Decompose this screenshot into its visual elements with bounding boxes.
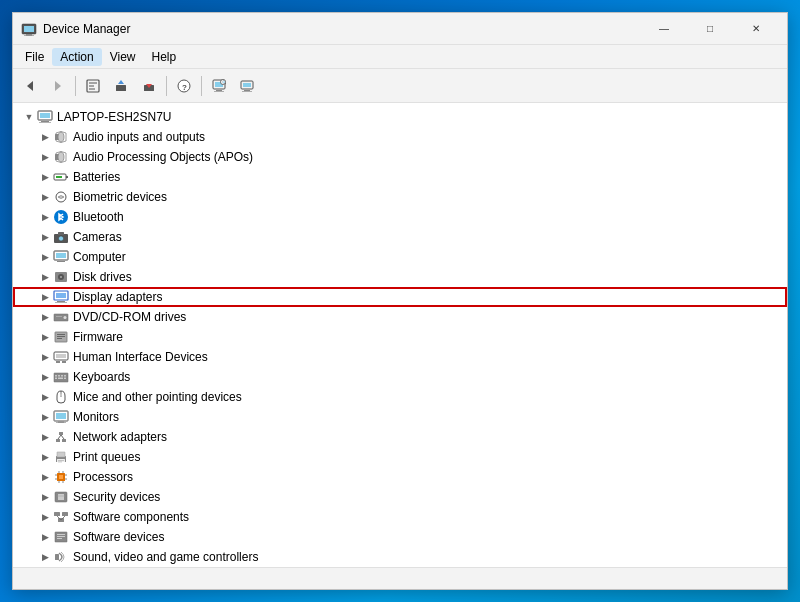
tree-item-security[interactable]: ▶ Security devices	[13, 487, 787, 507]
tree-item-audio-apo[interactable]: ▶ Audio Processing Objects (APOs)	[13, 147, 787, 167]
security-icon	[53, 489, 69, 505]
expand-software-components[interactable]: ▶	[37, 509, 53, 525]
expand-disk-drives[interactable]: ▶	[37, 269, 53, 285]
svg-rect-106	[57, 534, 65, 535]
tree-item-batteries[interactable]: ▶ Batteries	[13, 167, 787, 187]
expand-cameras[interactable]: ▶	[37, 229, 53, 245]
menu-view[interactable]: View	[102, 48, 144, 66]
expand-bluetooth[interactable]: ▶	[37, 209, 53, 225]
svg-rect-25	[242, 91, 252, 92]
expand-firmware[interactable]: ▶	[37, 329, 53, 345]
svg-rect-36	[66, 176, 68, 178]
title-bar-controls: — □ ✕	[641, 13, 779, 45]
expand-batteries[interactable]: ▶	[37, 169, 53, 185]
tree-item-cameras[interactable]: ▶ Cameras	[13, 227, 787, 247]
tree-item-bluetooth[interactable]: ▶ Bluetooth	[13, 207, 787, 227]
window-icon	[21, 21, 37, 37]
svg-rect-49	[56, 293, 66, 298]
expand-sound-video[interactable]: ▶	[37, 549, 53, 565]
display-adapters-label: Display adapters	[73, 290, 162, 304]
tree-item-firmware[interactable]: ▶ Firmware	[13, 327, 787, 347]
expand-audio-inputs[interactable]: ▶	[37, 129, 53, 145]
properties-button[interactable]	[80, 73, 106, 99]
expand-security[interactable]: ▶	[37, 489, 53, 505]
expand-dvd[interactable]: ▶	[37, 309, 53, 325]
svg-rect-24	[244, 90, 250, 91]
help-button[interactable]: ?	[171, 73, 197, 99]
expand-software-devices[interactable]: ▶	[37, 529, 53, 545]
expand-biometric[interactable]: ▶	[37, 189, 53, 205]
tree-item-hid[interactable]: ▶ Human Interface Devices	[13, 347, 787, 367]
menu-help[interactable]: Help	[144, 48, 185, 66]
close-button[interactable]: ✕	[733, 13, 779, 45]
expand-print-queues[interactable]: ▶	[37, 449, 53, 465]
menu-action[interactable]: Action	[52, 48, 101, 66]
svg-rect-57	[57, 336, 65, 337]
tree-item-sound-video[interactable]: ▶ Sound, video and game controllers	[13, 547, 787, 567]
monitors-label: Monitors	[73, 410, 119, 424]
expand-display-adapters[interactable]: ▶	[37, 289, 53, 305]
device-tree[interactable]: ▼ LAPTOP-ESH2SN7U ▶	[13, 103, 787, 567]
software-components-label: Software components	[73, 510, 189, 524]
svg-rect-44	[57, 261, 65, 262]
expand-network[interactable]: ▶	[37, 429, 53, 445]
display-options-button[interactable]	[234, 73, 260, 99]
tree-item-root[interactable]: ▼ LAPTOP-ESH2SN7U	[13, 107, 787, 127]
update-driver-button[interactable]	[108, 73, 134, 99]
scan-button[interactable]: 🔍	[206, 73, 232, 99]
svg-rect-29	[39, 122, 51, 123]
window-title: Device Manager	[43, 22, 641, 36]
tree-item-computer[interactable]: ▶ Computer	[13, 247, 787, 267]
tree-item-disk-drives[interactable]: ▶ Disk drives	[13, 267, 787, 287]
audio-icon	[53, 129, 69, 145]
monitor-icon	[53, 409, 69, 425]
maximize-button[interactable]: □	[687, 13, 733, 45]
expand-root[interactable]: ▼	[21, 109, 37, 125]
svg-rect-101	[62, 512, 68, 516]
menu-file[interactable]: File	[17, 48, 52, 66]
expand-computer[interactable]: ▶	[37, 249, 53, 265]
tree-item-software-components[interactable]: ▶ Software components	[13, 507, 787, 527]
svg-point-33	[58, 152, 64, 162]
keyboards-label: Keyboards	[73, 370, 130, 384]
svg-rect-98	[58, 494, 64, 500]
keyboard-icon	[53, 369, 69, 385]
toolbar-separator-3	[201, 76, 202, 96]
svg-rect-74	[56, 413, 66, 419]
tree-item-display-adapters[interactable]: ▶ Display adapters	[13, 287, 787, 307]
print-queues-label: Print queues	[73, 450, 140, 464]
bluetooth-label: Bluetooth	[73, 210, 124, 224]
tree-item-processors[interactable]: ▶ Processors	[13, 467, 787, 487]
svg-rect-3	[24, 35, 34, 36]
svg-rect-58	[57, 338, 62, 339]
tree-item-audio-inputs[interactable]: ▶ Audio inputs and outputs	[13, 127, 787, 147]
tree-item-print-queues[interactable]: ▶ Print queues	[13, 447, 787, 467]
tree-item-network[interactable]: ▶ Network adapters	[13, 427, 787, 447]
tree-item-keyboards[interactable]: ▶ Keyboards	[13, 367, 787, 387]
expand-monitors[interactable]: ▶	[37, 409, 53, 425]
computer-node-icon	[53, 249, 69, 265]
tree-item-monitors[interactable]: ▶ Monitors	[13, 407, 787, 427]
minimize-button[interactable]: —	[641, 13, 687, 45]
expand-processors[interactable]: ▶	[37, 469, 53, 485]
back-button[interactable]	[17, 73, 43, 99]
svg-marker-5	[55, 81, 61, 91]
svg-rect-54	[56, 316, 62, 317]
svg-rect-83	[57, 452, 65, 457]
tree-item-software-devices[interactable]: ▶ Software devices	[13, 527, 787, 547]
tree-item-mice[interactable]: ▶ Mice and other pointing devices	[13, 387, 787, 407]
tree-item-biometric[interactable]: ▶ Biometric devices	[13, 187, 787, 207]
svg-point-40	[59, 236, 64, 241]
root-label: LAPTOP-ESH2SN7U	[57, 110, 172, 124]
expand-audio-apo[interactable]: ▶	[37, 149, 53, 165]
network-icon	[53, 429, 69, 445]
expand-hid[interactable]: ▶	[37, 349, 53, 365]
expand-mice[interactable]: ▶	[37, 389, 53, 405]
forward-button[interactable]	[45, 73, 71, 99]
uninstall-button[interactable]	[136, 73, 162, 99]
expand-keyboards[interactable]: ▶	[37, 369, 53, 385]
svg-rect-68	[55, 378, 57, 380]
software-components-icon	[53, 509, 69, 525]
svg-rect-28	[41, 121, 49, 122]
tree-item-dvd[interactable]: ▶ DVD/CD-ROM drives	[13, 307, 787, 327]
